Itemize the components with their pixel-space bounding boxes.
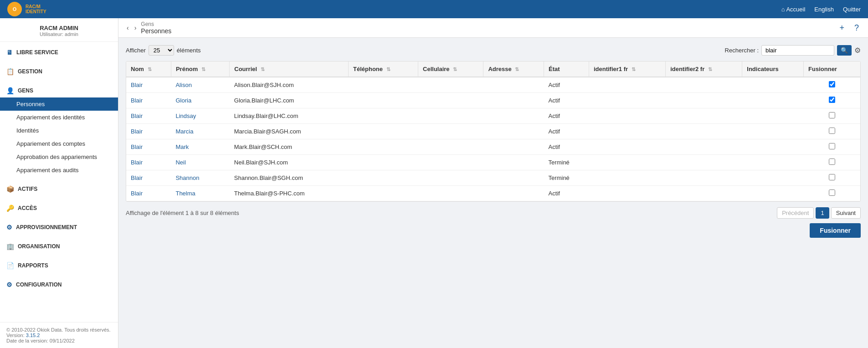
col-identifier2[interactable]: identifier2 fr ⇅ [666,61,742,77]
fusionner-checkbox[interactable] [829,143,835,149]
copyright: © 2010-2022 Okiok Data. Tous droits rése… [6,327,112,333]
entries-select[interactable]: 10 25 50 100 [149,45,174,56]
sidebar-item-rapports[interactable]: 📄 RAPPORTS [0,259,118,272]
logo-icon: O [7,2,22,16]
sidebar-item-identites[interactable]: Identités [0,124,118,137]
cell-id1 [589,139,665,155]
col-cellulaire[interactable]: Cellulaire ⇅ [418,61,483,77]
cell-courriel: Thelma.Blair@S-PHC.com [230,186,349,201]
cell-telephone [348,186,418,201]
col-courriel[interactable]: Courriel ⇅ [230,61,349,77]
search-input[interactable] [761,45,834,56]
accueil-link[interactable]: ⌂ Accueil [781,6,806,13]
col-etat[interactable]: État [544,61,589,77]
cell-prenom: Alison [171,77,229,93]
sidebar-item-gestion[interactable]: 📋 GESTION [0,65,118,78]
building-icon: 🏢 [6,243,14,250]
sidebar-item-approbation-appariements[interactable]: Approbation des appariements [0,150,118,164]
fusionner-button[interactable]: Fusionner [810,223,861,238]
cell-nom: Blair [126,139,171,155]
page-1-button[interactable]: 1 [816,207,829,219]
prenom-link[interactable]: Lindsay [175,113,196,119]
cell-id2 [666,77,742,93]
sidebar-role: Utilisateur: admin [5,31,113,37]
cell-adresse [483,186,544,201]
prenom-link[interactable]: Thelma [175,190,195,197]
fusionner-row: Fusionner [126,223,861,238]
sidebar-item-personnes[interactable]: Personnes [0,97,118,111]
col-adresse[interactable]: Adresse ⇅ [483,61,544,77]
table-row: BlairLindsayLindsay.Blair@LHC.comActif [126,108,860,124]
cell-nom: Blair [126,124,171,139]
fusionner-checkbox[interactable] [829,159,835,165]
cell-courriel: Mark.Blair@SCH.com [230,139,349,155]
cell-nom: Blair [126,77,171,93]
fusionner-checkbox[interactable] [829,81,835,87]
cell-nom: Blair [126,170,171,186]
cell-id2 [666,139,742,155]
fusionner-checkbox[interactable] [829,97,835,103]
cell-fusionner [804,77,860,93]
cell-id2 [666,108,742,124]
nav-forward-button[interactable]: › [133,23,139,32]
language-link[interactable]: English [814,6,834,13]
prenom-link[interactable]: Mark [175,143,189,150]
fusionner-checkbox[interactable] [829,189,835,196]
sidebar-item-appariement-comptes[interactable]: Appariement des comptes [0,137,118,150]
nom-link[interactable]: Blair [131,143,143,150]
cell-telephone [348,93,418,108]
nom-link[interactable]: Blair [131,174,143,181]
next-page-button[interactable]: Suivant [831,207,861,219]
nav-back-button[interactable]: ‹ [125,23,131,32]
col-prenom[interactable]: Prénom ⇅ [171,61,229,77]
nom-link[interactable]: Blair [131,190,143,197]
sidebar-section-acces: 🔑 ACCÈS [0,198,118,217]
prenom-link[interactable]: Marcia [175,128,193,135]
cell-adresse [483,139,544,155]
version-link[interactable]: 3.15.2 [26,333,40,338]
sidebar-item-appariement-identites[interactable]: Appariement des identités [0,111,118,124]
prev-page-button[interactable]: Précédent [777,207,814,219]
search-settings-button[interactable]: ⚙ [854,46,861,55]
col-indicateurs[interactable]: Indicateurs [742,61,804,77]
add-button[interactable]: + [837,22,847,34]
prenom-link[interactable]: Shannon [175,174,199,181]
nom-link[interactable]: Blair [131,82,143,88]
nom-link[interactable]: Blair [131,113,143,119]
table-row: BlairGloriaGloria.Blair@LHC.comActif [126,93,860,108]
col-identifier1[interactable]: identifier1 fr ⇅ [589,61,665,77]
cell-prenom: Mark [171,139,229,155]
sidebar-item-appariement-audits[interactable]: Appariement des audits [0,164,118,177]
cell-indicateurs [742,155,804,170]
sidebar-item-gens[interactable]: 👤 GENS [0,84,118,97]
cell-fusionner [804,124,860,139]
help-button[interactable]: ? [852,22,862,34]
cell-fusionner [804,186,860,201]
sidebar-item-actifs[interactable]: 📦 ACTIFS [0,182,118,196]
fusionner-checkbox[interactable] [829,174,835,180]
quit-link[interactable]: Quitter [843,6,861,13]
persons-table: Nom ⇅ Prénom ⇅ Courriel ⇅ Téléphone ⇅ Ce… [126,61,860,201]
fusionner-checkbox[interactable] [829,112,835,118]
prenom-link[interactable]: Neil [175,159,185,166]
sidebar-item-configuration[interactable]: ⚙ CONFIGURATION [0,278,118,292]
nom-link[interactable]: Blair [131,97,143,104]
logo: O RAC/M IDENTITY [7,2,46,16]
sidebar-item-approvisionnement[interactable]: ⚙ APPROVISIONNEMENT [0,220,118,234]
col-telephone[interactable]: Téléphone ⇅ [348,61,418,77]
cell-indicateurs [742,139,804,155]
col-nom[interactable]: Nom ⇅ [126,61,171,77]
cell-telephone [348,139,418,155]
sidebar-item-libre-service[interactable]: 🖥 LIBRE SERVICE [0,46,118,59]
prenom-link[interactable]: Alison [175,82,191,88]
cell-cellulaire [418,93,483,108]
fusionner-checkbox[interactable] [829,128,835,134]
prenom-link[interactable]: Gloria [175,97,191,104]
cell-nom: Blair [126,155,171,170]
main-content: ‹ › Gens Personnes + ? Afficher 1 [118,18,868,348]
search-button[interactable]: 🔍 [837,45,852,56]
nom-link[interactable]: Blair [131,159,143,166]
nom-link[interactable]: Blair [131,128,143,135]
sidebar-item-organisation[interactable]: 🏢 ORGANISATION [0,240,118,253]
sidebar-item-acces[interactable]: 🔑 ACCÈS [0,201,118,215]
